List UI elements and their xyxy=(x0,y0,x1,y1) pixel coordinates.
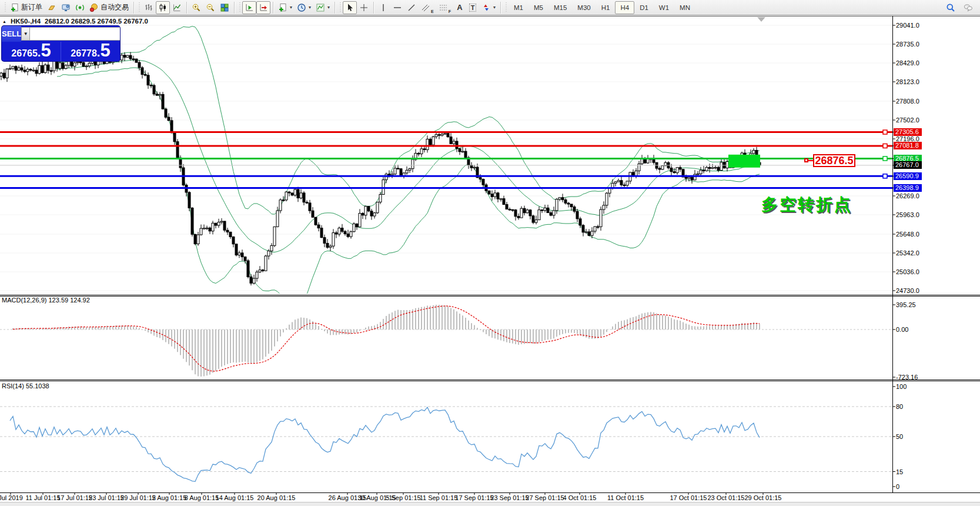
equidistant-channel-tool-button[interactable]: E xyxy=(419,1,436,14)
new-order-label: 新订单 xyxy=(21,2,42,12)
auto-scroll-button[interactable] xyxy=(256,1,270,14)
toolbar-right-group xyxy=(944,1,978,14)
macd-label: MACD(12,26,9) 123.59 124.92 xyxy=(2,297,90,304)
toolbar-grip xyxy=(4,2,6,13)
chart-shift-marker-icon xyxy=(757,17,765,22)
toolbar-separator xyxy=(373,2,374,14)
timeframe-group: M1M5M15M30H1H4D1W1MN xyxy=(509,1,695,14)
chevron-down-icon: ▾ xyxy=(309,5,311,10)
trend-line-tool-button[interactable] xyxy=(404,1,419,14)
auto-trading-button[interactable]: 自动交易 xyxy=(87,1,131,14)
price-tag-anchor xyxy=(804,158,808,162)
signal-button[interactable] xyxy=(73,1,87,14)
signal-icon xyxy=(75,3,85,12)
arrow-tools-button[interactable]: ▾ xyxy=(479,1,498,14)
timeframes-menu-button[interactable]: ▾ xyxy=(295,1,313,14)
eraser-icon xyxy=(47,3,56,12)
crosshair-tool-button[interactable] xyxy=(357,1,371,14)
candlestick-chart-button[interactable] xyxy=(156,1,170,14)
toolbar-separator xyxy=(335,2,335,14)
chart-shift-button[interactable] xyxy=(242,1,256,14)
toolbar-grip xyxy=(339,2,342,13)
horizontal-line-tool-button[interactable] xyxy=(390,1,404,14)
text-tool-button[interactable]: A xyxy=(453,1,466,14)
bar-chart-button[interactable] xyxy=(142,1,156,14)
toolbar-grip xyxy=(504,2,507,13)
tile-windows-icon xyxy=(220,3,229,12)
line-chart-button[interactable] xyxy=(170,1,184,14)
text-label-icon: T xyxy=(469,4,477,12)
zoom-out-icon xyxy=(206,3,215,12)
mt4-window: 新订单 自动交易 xyxy=(0,0,980,506)
auto-trading-icon xyxy=(89,3,99,12)
ohlc-values: 26812.0 26829.5 26749.5 26767.0 xyxy=(45,18,148,25)
rsi-label: RSI(14) 55.1038 xyxy=(2,382,49,390)
line-chart-icon xyxy=(172,3,182,12)
equidistant-channel-icon xyxy=(421,3,430,12)
chat-button[interactable] xyxy=(961,1,975,14)
chart-canvas[interactable] xyxy=(0,0,980,506)
expander-icon[interactable]: ▲ xyxy=(2,19,6,24)
channel-badge: E xyxy=(431,9,434,14)
crosshair-icon xyxy=(359,3,369,12)
vertical-line-icon xyxy=(379,3,388,12)
chevron-down-icon: ▾ xyxy=(327,5,330,10)
chart-shift-icon xyxy=(245,3,254,12)
toolbar-separator xyxy=(186,2,187,14)
candlestick-chart-icon xyxy=(158,3,168,12)
timeframe-M1[interactable]: M1 xyxy=(509,1,529,14)
timeframe-H1[interactable]: H1 xyxy=(596,1,616,14)
toolbar-separator xyxy=(133,2,134,14)
one-click-trading-panel: SELL ▼ ▲ BUY 26765 . 5 26778 . 5 xyxy=(2,26,120,61)
volume-wrap: ▼ ▲ xyxy=(21,26,120,42)
auto-scroll-icon xyxy=(259,3,268,12)
chevron-down-icon: ▾ xyxy=(493,5,496,10)
volume-input[interactable] xyxy=(30,27,120,41)
chart-title: ▲ HK50-,H4 26812.0 26829.5 26749.5 26767… xyxy=(2,18,148,25)
trend-line-icon xyxy=(407,3,416,12)
trade-panel-prices-row: 26765 . 5 26778 . 5 xyxy=(2,42,120,61)
cursor-tool-button[interactable] xyxy=(343,1,357,14)
volume-decrease-button[interactable]: ▼ xyxy=(21,27,30,41)
toolbar: 新订单 自动交易 xyxy=(0,0,980,15)
buy-price-int: 26778 xyxy=(71,45,97,61)
sell-price-int: 26765 xyxy=(11,45,38,61)
timeframe-D1[interactable]: D1 xyxy=(634,1,654,14)
timeframe-M5[interactable]: M5 xyxy=(529,1,548,14)
bottom-strip xyxy=(0,502,980,506)
eraser-button[interactable] xyxy=(45,1,59,14)
chart-window-button[interactable] xyxy=(59,1,73,14)
zoom-in-icon xyxy=(192,3,201,12)
zoom-in-button[interactable] xyxy=(189,1,203,14)
buy-price[interactable]: 26778 . 5 xyxy=(61,42,120,61)
text-tool-icon: A xyxy=(457,3,462,12)
toolbar-separator xyxy=(500,2,501,14)
chart-window-icon xyxy=(61,3,71,12)
tile-windows-button[interactable] xyxy=(218,1,232,14)
new-order-button[interactable]: 新订单 xyxy=(8,1,45,14)
vertical-line-tool-button[interactable] xyxy=(376,1,390,14)
toolbar-separator xyxy=(273,2,273,14)
symbol-period-label: HK50-,H4 xyxy=(11,18,41,25)
sell-price-frac: 5 xyxy=(41,42,51,59)
chinese-annotation[interactable]: 多空转折点 xyxy=(761,194,852,216)
highlight-zone[interactable] xyxy=(728,155,760,168)
sell-button[interactable]: SELL xyxy=(2,26,21,42)
timeframe-MN[interactable]: MN xyxy=(674,1,695,14)
new-order-menu-icon xyxy=(278,3,287,12)
price-level-tag[interactable]: 26876.5 xyxy=(813,154,855,167)
chevron-down-icon: ▾ xyxy=(290,5,292,10)
fibonacci-retracement-icon xyxy=(439,3,448,12)
sell-price[interactable]: 26765 . 5 xyxy=(2,42,61,61)
timeframe-W1[interactable]: W1 xyxy=(654,1,674,14)
toolbar-grip xyxy=(138,2,141,13)
zoom-out-button[interactable] xyxy=(203,1,218,14)
text-label-tool-button[interactable]: T xyxy=(466,1,479,14)
timeframe-H4[interactable]: H4 xyxy=(615,1,634,14)
search-button[interactable] xyxy=(944,1,958,14)
fibonacci-tool-button[interactable]: F xyxy=(436,1,453,14)
templates-menu-button[interactable]: ▾ xyxy=(313,1,332,14)
timeframe-M30[interactable]: M30 xyxy=(572,1,596,14)
new-order-menu-button[interactable]: ▾ xyxy=(276,1,295,14)
timeframe-M15[interactable]: M15 xyxy=(548,1,572,14)
